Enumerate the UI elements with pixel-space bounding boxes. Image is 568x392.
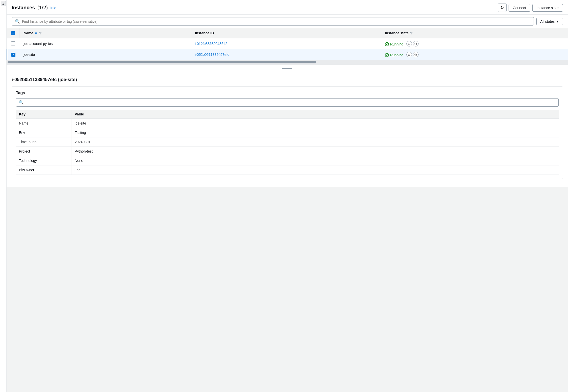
- divider-handle-icon: [282, 68, 292, 69]
- search-input[interactable]: [22, 19, 531, 23]
- row2-instance-state: Running ⊕ ⊖: [381, 49, 568, 60]
- header-actions: ↻ Connect Instance state: [498, 4, 563, 12]
- tag-value-cell-0: joe-site: [72, 118, 559, 128]
- row2-state-text: Running: [390, 53, 403, 57]
- th-checkbox: [7, 28, 20, 38]
- tag-value-cell-3: Python-test: [72, 147, 559, 156]
- scrollbar-thumb[interactable]: [8, 61, 316, 63]
- th-name-label: Name: [24, 31, 33, 35]
- tags-search-box[interactable]: 🔍: [16, 98, 559, 107]
- table-row[interactable]: joe-account-py-test i-012fb886802435ff2 …: [7, 38, 568, 49]
- th-key: Key: [16, 110, 72, 118]
- row2-checkbox-cell: [7, 49, 20, 60]
- tag-key-cell-2: TimeLaunc...: [16, 137, 72, 147]
- table-wrapper: Name ✏ ▽ Instance ID Instance state: [7, 28, 568, 60]
- tag-value-cell-5: Joe: [72, 165, 559, 175]
- instances-header: Instances (1/2) Info ↻ Connect Instance …: [7, 0, 568, 15]
- panel-divider[interactable]: [7, 64, 568, 72]
- tags-panel-title: Tags: [16, 91, 559, 95]
- row2-instance-id-link[interactable]: i-052b0511339457efc: [195, 53, 229, 57]
- th-instance-state-label: Instance state: [385, 31, 408, 35]
- instances-title: Instances (1/2): [12, 5, 48, 11]
- tag-key-cell-5: BizOwner: [16, 165, 72, 175]
- row2-name: joe-site: [19, 49, 191, 60]
- tag-key-cell-0: Name: [16, 118, 72, 128]
- tag-value-cell-1: Testing: [72, 128, 559, 137]
- row1-state-text: Running: [390, 42, 403, 46]
- th-name: Name ✏ ▽: [19, 28, 191, 38]
- row2-checkbox[interactable]: [11, 53, 15, 57]
- th-value: Value: [72, 110, 559, 118]
- row2-running-icon: [385, 53, 389, 57]
- instances-table: Name ✏ ▽ Instance ID Instance state: [7, 28, 568, 60]
- th-instance-state: Instance state ▽: [381, 28, 568, 38]
- horizontal-scrollbar[interactable]: [7, 60, 568, 64]
- search-box[interactable]: 🔍: [12, 17, 534, 26]
- row1-zoom-icons: ⊕ ⊖: [406, 41, 419, 46]
- th-instance-id: Instance ID: [191, 28, 381, 38]
- search-icon: 🔍: [15, 19, 20, 24]
- row2-zoom-icons: ⊕ ⊖: [406, 52, 419, 57]
- row1-instance-id-link[interactable]: i-012fb886802435ff2: [195, 42, 227, 46]
- tags-search-icon: 🔍: [19, 100, 24, 105]
- header-checkbox[interactable]: [11, 31, 15, 35]
- top-section: Instances (1/2) Info ↻ Connect Instance …: [7, 0, 568, 64]
- tags-table-row: TimeLaunc... 20240301: [16, 137, 559, 147]
- tag-key-cell-4: Technology: [16, 156, 72, 165]
- instances-title-group: Instances (1/2) Info: [12, 5, 56, 11]
- states-dropdown[interactable]: All states ▼: [536, 18, 563, 25]
- tags-table: Key Value Name joe-site Env Testing Time…: [16, 110, 559, 175]
- detail-title: i-052b0511339457efc (joe-site): [12, 77, 563, 82]
- row1-running-badge: Running: [385, 42, 403, 46]
- tags-table-row: Env Testing: [16, 128, 559, 137]
- tag-value-cell-4: None: [72, 156, 559, 165]
- tag-key-cell-3: Project: [16, 147, 72, 156]
- sidebar: ▲: [0, 0, 7, 392]
- row1-checkbox-cell: [7, 38, 20, 49]
- filter-bar: 🔍 All states ▼: [7, 15, 568, 28]
- tags-header-row: Key Value: [16, 110, 559, 118]
- instances-count: (1/2): [37, 5, 48, 10]
- tags-panel: Tags 🔍 Key Value Name: [12, 86, 563, 179]
- sidebar-collapse-arrow[interactable]: ▲: [1, 1, 6, 6]
- tags-search-input[interactable]: [26, 101, 556, 105]
- row1-instance-state: Running ⊕ ⊖: [381, 38, 568, 49]
- table-row[interactable]: joe-site i-052b0511339457efc Running: [7, 49, 568, 60]
- row2-running-badge: Running: [385, 53, 403, 57]
- row1-zoom-out-button[interactable]: ⊖: [413, 41, 419, 46]
- tags-table-row: Project Python-test: [16, 147, 559, 156]
- dropdown-arrow-icon: ▼: [556, 20, 559, 23]
- tag-value-cell-2: 20240301: [72, 137, 559, 147]
- row1-running-icon: [385, 42, 389, 46]
- th-instance-id-label: Instance ID: [195, 31, 214, 35]
- table-header-row: Name ✏ ▽ Instance ID Instance state: [7, 28, 568, 38]
- row2-zoom-out-button[interactable]: ⊖: [413, 52, 419, 57]
- tags-table-row: Technology None: [16, 156, 559, 165]
- info-link[interactable]: Info: [50, 6, 56, 10]
- tags-table-row: BizOwner Joe: [16, 165, 559, 175]
- row2-zoom-in-button[interactable]: ⊕: [406, 52, 412, 57]
- tag-key-cell-1: Env: [16, 128, 72, 137]
- row1-name: joe-account-py-test: [19, 38, 191, 49]
- instance-state-button[interactable]: Instance state: [532, 4, 563, 12]
- row2-instance-id: i-052b0511339457efc: [191, 49, 381, 60]
- row1-zoom-in-button[interactable]: ⊕: [406, 41, 412, 46]
- refresh-icon: ↻: [500, 5, 504, 10]
- sort-name-icon[interactable]: ▽: [39, 32, 41, 35]
- sort-state-icon[interactable]: ▽: [410, 32, 412, 35]
- connect-button[interactable]: Connect: [509, 4, 530, 12]
- states-label: All states: [540, 19, 555, 23]
- main-content: Instances (1/2) Info ↻ Connect Instance …: [7, 0, 568, 392]
- edit-name-icon[interactable]: ✏: [35, 31, 38, 35]
- row1-checkbox[interactable]: [11, 41, 15, 45]
- tags-table-row: Name joe-site: [16, 118, 559, 128]
- detail-section: i-052b0511339457efc (joe-site) Tags 🔍 Ke…: [7, 72, 568, 187]
- refresh-button[interactable]: ↻: [498, 4, 507, 12]
- row1-instance-id: i-012fb886802435ff2: [191, 38, 381, 49]
